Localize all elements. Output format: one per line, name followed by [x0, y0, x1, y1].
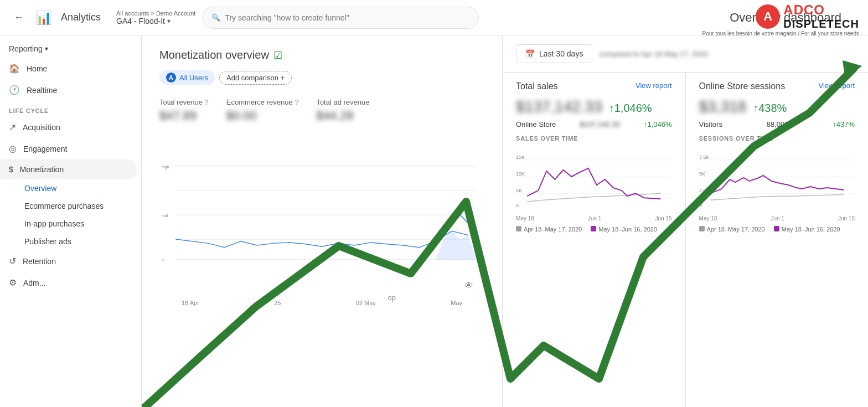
- sidebar-item-acquisition[interactable]: ↗ Acquisition: [0, 116, 137, 138]
- sales-panel: Total sales View report $137,142.33 ↑1,0…: [503, 73, 686, 407]
- add-comparison-button[interactable]: Add comparison +: [219, 71, 292, 85]
- revenue-cards: Total revenue ? $47.89 Ecommerce revenue…: [159, 98, 484, 123]
- chart-loop-label: op: [388, 293, 396, 302]
- sales-sub-row: Online Store $137,142.33 ↑1,046%: [516, 120, 672, 128]
- search-bar[interactable]: 🔍: [202, 7, 479, 29]
- monetization-header: Monetization overview ☑: [159, 49, 484, 61]
- sessions-over-time-label: SESSIONS OVER TIME: [699, 135, 855, 142]
- visitors-row: Visitors 88,009 ↑437%: [699, 120, 855, 128]
- ecommerce-revenue-label: Ecommerce revenue ?: [226, 98, 299, 106]
- total-revenue-value: $47.89: [159, 109, 209, 123]
- analytics-logo-icon: 📊: [35, 10, 52, 25]
- sales-sub-pct: ↑1,046%: [644, 120, 672, 128]
- total-revenue-card: Total revenue ? $47.89: [159, 98, 209, 123]
- sessions-x-jun1: Jun 1: [771, 215, 784, 221]
- ecommerce-revenue-value: $0.00: [226, 109, 299, 123]
- svg-text:7.5K: 7.5K: [699, 154, 710, 160]
- svg-text:mid: mid: [162, 213, 168, 218]
- chart-eye-icon[interactable]: 👁: [464, 281, 473, 291]
- home-icon: 🏠: [9, 63, 20, 74]
- adco-circle-icon: A: [756, 4, 780, 29]
- users-row: A All Users Add comparison +: [159, 70, 484, 85]
- sales-x-jun1: Jun 1: [588, 215, 601, 221]
- sessions-change: ↑438%: [753, 102, 787, 115]
- right-content: Total sales View report $137,142.33 ↑1,0…: [503, 73, 868, 407]
- breadcrumb: All accounts > Demo Account: [116, 10, 195, 17]
- total-ad-revenue-label: Total ad revenue: [316, 98, 369, 106]
- sales-sub-value: $137,142.33: [580, 120, 619, 128]
- app-header: ← 📊 Analytics All accounts > Demo Accoun…: [0, 0, 868, 35]
- sidebar-item-realtime[interactable]: 🕐 Realtime: [0, 79, 137, 101]
- monetization-panel: Monetization overview ☑ A All Users Add …: [142, 35, 503, 407]
- legend-dot-prev: [516, 226, 521, 231]
- sidebar-sub-ecommerce[interactable]: Ecommerce purchases: [0, 197, 137, 215]
- sidebar-item-admin[interactable]: ⚙ Adm...: [0, 272, 137, 293]
- svg-text:15K: 15K: [516, 154, 525, 160]
- sales-mini-chart: 15K 10K 5K 0: [516, 146, 672, 213]
- reporting-label: Reporting: [9, 44, 43, 53]
- right-panel: 📅 Last 30 days compared to Apr 18-May 17…: [503, 35, 868, 407]
- total-revenue-help-icon: ?: [205, 99, 209, 106]
- sidebar-sub-publisher[interactable]: Publisher ads: [0, 233, 137, 250]
- legend-dot-curr: [591, 226, 596, 231]
- main-chart-area: high mid 0 18 Apr 25 02 May May 👁 op: [159, 132, 484, 306]
- sidebar-item-engagement[interactable]: ◎ Engagement: [0, 138, 137, 159]
- sidebar-item-realtime-label: Realtime: [27, 86, 57, 95]
- chevron-down-icon: ▾: [45, 45, 48, 53]
- sessions-header-row: Online Store sessions View report: [699, 81, 855, 94]
- sales-x-may18: May 18: [516, 215, 534, 221]
- sidebar-sub-overview[interactable]: Overview: [0, 179, 137, 197]
- svg-text:high: high: [162, 164, 169, 169]
- ecommerce-revenue-card: Ecommerce revenue ? $0.00: [226, 98, 299, 123]
- sessions-value: $3,318: [699, 98, 747, 116]
- lifecycle-section-label: LIFE CYCLE: [0, 101, 141, 116]
- all-users-icon: A: [166, 73, 176, 83]
- sessions-title: Online Store sessions: [699, 81, 786, 91]
- monetization-icon: $: [9, 165, 13, 174]
- main-chart-svg: high mid 0: [159, 132, 484, 298]
- sidebar-item-monetization[interactable]: $ Monetization: [0, 159, 137, 179]
- total-ad-revenue-value: $44.28: [316, 109, 369, 123]
- monetization-check-icon: ☑: [273, 49, 282, 61]
- sales-view-report[interactable]: View report: [636, 81, 672, 90]
- sales-x-jun15: Jun 15: [655, 215, 671, 221]
- svg-text:10K: 10K: [516, 171, 525, 177]
- total-revenue-label: Total revenue ?: [159, 98, 209, 106]
- sessions-x-may18: May 18: [699, 215, 717, 221]
- sales-sub-label: Online Store: [516, 120, 556, 128]
- reporting-menu[interactable]: Reporting ▾: [0, 40, 141, 58]
- ecommerce-revenue-help-icon: ?: [295, 99, 299, 106]
- sales-header-row: Total sales View report: [516, 81, 672, 94]
- svg-text:5K: 5K: [516, 188, 522, 193]
- right-panel-header: 📅 Last 30 days compared to Apr 18-May 17…: [503, 35, 868, 73]
- back-button[interactable]: ←: [9, 8, 29, 28]
- adco-logo: A ADCO DISPLETECH Pour tous les besoin d…: [702, 2, 859, 37]
- search-icon: 🔍: [211, 13, 220, 22]
- sessions-x-jun15: Jun 15: [838, 215, 855, 221]
- svg-text:0: 0: [699, 203, 702, 208]
- total-ad-revenue-card: Total ad revenue $44.28: [316, 98, 369, 123]
- all-users-badge[interactable]: A All Users: [159, 70, 215, 85]
- svg-text:0: 0: [162, 257, 164, 262]
- engagement-icon: ◎: [9, 143, 17, 154]
- realtime-icon: 🕐: [9, 85, 20, 95]
- admin-icon: ⚙: [9, 277, 17, 288]
- sales-over-time-label: SALES OVER TIME: [516, 135, 672, 142]
- sessions-view-report[interactable]: View report: [818, 81, 855, 90]
- sidebar-item-retention[interactable]: ↺ Retention: [0, 250, 137, 272]
- account-selector[interactable]: All accounts > Demo Account GA4 - Flood-…: [116, 10, 195, 25]
- retention-icon: ↺: [9, 256, 16, 266]
- svg-text:2.5K: 2.5K: [699, 188, 710, 193]
- account-name: GA4 - Flood-It ▾: [116, 17, 195, 25]
- acquisition-icon: ↗: [9, 122, 16, 132]
- date-range-button[interactable]: 📅 Last 30 days: [516, 44, 592, 63]
- monetization-title: Monetization overview: [159, 49, 269, 61]
- main-layout: Reporting ▾ 🏠 Home 🕐 Realtime LIFE CYCLE…: [0, 35, 868, 407]
- search-input[interactable]: [225, 13, 469, 22]
- sidebar-sub-inapp[interactable]: In-app purchases: [0, 215, 137, 233]
- sidebar-item-home[interactable]: 🏠 Home: [0, 58, 137, 79]
- svg-text:0: 0: [516, 203, 519, 208]
- content-wrapper: Monetization overview ☑ A All Users Add …: [142, 35, 868, 407]
- sidebar: Reporting ▾ 🏠 Home 🕐 Realtime LIFE CYCLE…: [0, 35, 142, 407]
- sessions-mini-chart: 7.5K 5K 2.5K 0: [699, 146, 855, 213]
